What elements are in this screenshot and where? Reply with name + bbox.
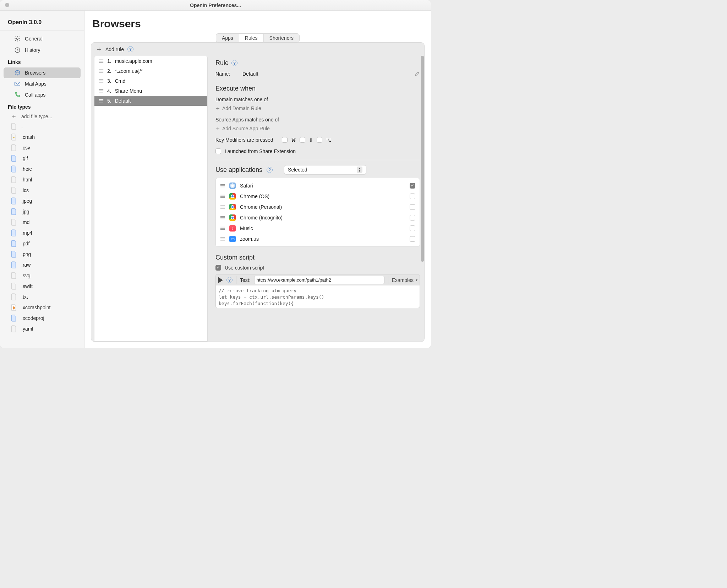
share-extension-checkbox[interactable] bbox=[215, 148, 221, 154]
add-source-app-button[interactable]: Add Source App Rule bbox=[215, 125, 420, 135]
share-extension-label: Launched from Share Extension bbox=[225, 148, 296, 154]
application-name: Chrome (OS) bbox=[240, 194, 269, 199]
option-symbol: ⌥ bbox=[326, 137, 332, 143]
application-checkbox[interactable] bbox=[410, 194, 415, 199]
close-icon[interactable] bbox=[5, 3, 9, 7]
application-name: Chrome (Incognito) bbox=[240, 215, 283, 220]
application-checkbox[interactable] bbox=[410, 204, 415, 210]
help-icon[interactable]: ? bbox=[267, 167, 273, 173]
sidebar-item-browsers[interactable]: Browsers bbox=[4, 67, 81, 78]
file-type-item[interactable]: .crash bbox=[0, 132, 84, 142]
rule-label: music.apple.com bbox=[115, 58, 152, 64]
test-url-input[interactable]: https://ww.example.com/path1/path2 bbox=[254, 276, 384, 284]
application-row[interactable]: Safari bbox=[219, 180, 417, 191]
help-icon[interactable]: ? bbox=[127, 46, 133, 52]
file-type-item[interactable]: .html bbox=[0, 174, 84, 185]
file-type-item[interactable]: .xccrashpoint bbox=[0, 302, 84, 313]
application-checkbox[interactable] bbox=[410, 225, 415, 231]
mod-shift-checkbox[interactable] bbox=[300, 137, 305, 143]
application-row[interactable]: ▭zoom.us bbox=[219, 234, 417, 244]
rule-list-item[interactable]: 2.*.zoom.us/j/* bbox=[94, 66, 207, 76]
sidebar-item-call-apps[interactable]: Call apps bbox=[4, 89, 81, 100]
file-icon bbox=[11, 325, 17, 332]
application-checkbox[interactable] bbox=[410, 236, 415, 242]
file-type-item[interactable]: .png bbox=[0, 249, 84, 260]
drag-handle-icon[interactable] bbox=[220, 205, 225, 209]
application-row[interactable]: ♪Music bbox=[219, 223, 417, 234]
scrollbar[interactable] bbox=[421, 56, 424, 285]
use-apps-mode-select[interactable]: Selected ▲▼ bbox=[284, 165, 366, 174]
file-type-item[interactable]: .raw bbox=[0, 260, 84, 270]
mod-cmd-checkbox[interactable] bbox=[282, 137, 288, 143]
application-row[interactable]: Chrome (OS) bbox=[219, 191, 417, 202]
rule-list-item[interactable]: 4.Share Menu bbox=[94, 86, 207, 96]
file-type-item[interactable]: .csv bbox=[0, 142, 84, 153]
file-type-label: .pdf bbox=[21, 241, 29, 246]
sidebar-add-file-type[interactable]: add file type... bbox=[0, 112, 84, 121]
file-type-item[interactable]: .ics bbox=[0, 185, 84, 196]
sidebar-item-history[interactable]: History bbox=[4, 45, 81, 55]
tab-apps[interactable]: Apps bbox=[216, 34, 239, 42]
rule-index: 5. bbox=[107, 98, 111, 104]
file-type-item[interactable]: .swift bbox=[0, 281, 84, 292]
file-type-item[interactable]: .gif bbox=[0, 153, 84, 164]
drag-handle-icon[interactable] bbox=[220, 226, 225, 230]
file-type-item[interactable]: .jpeg bbox=[0, 196, 84, 206]
add-domain-rule-button[interactable]: Add Domain Rule bbox=[215, 104, 420, 115]
application-checkbox[interactable] bbox=[410, 183, 415, 189]
drag-handle-icon[interactable] bbox=[99, 79, 104, 83]
run-script-icon[interactable] bbox=[218, 277, 223, 283]
drag-handle-icon[interactable] bbox=[99, 69, 104, 73]
application-checkbox[interactable] bbox=[410, 215, 415, 220]
file-type-item[interactable]: .xcodeproj bbox=[0, 313, 84, 323]
drag-handle-icon[interactable] bbox=[99, 59, 104, 63]
chevron-down-icon: ▾ bbox=[416, 278, 417, 282]
file-type-item[interactable]: .heic bbox=[0, 164, 84, 174]
file-type-list: ..crash.csv.gif.heic.html.ics.jpeg.jpg.m… bbox=[0, 121, 84, 348]
file-type-item[interactable]: .jpg bbox=[0, 206, 84, 217]
file-icon bbox=[11, 144, 17, 151]
use-custom-script-checkbox[interactable] bbox=[215, 265, 221, 271]
edit-name-icon[interactable] bbox=[414, 71, 420, 77]
sidebar-item-mail-apps[interactable]: Mail Apps bbox=[4, 79, 81, 89]
file-icon bbox=[11, 229, 17, 236]
rule-list-item[interactable]: 3.Cmd bbox=[94, 76, 207, 86]
file-type-label: .xcodeproj bbox=[21, 315, 44, 321]
script-editor[interactable]: // remove tracking utm query let keys = … bbox=[215, 285, 420, 308]
drag-handle-icon[interactable] bbox=[220, 184, 225, 188]
file-type-item[interactable]: .md bbox=[0, 217, 84, 228]
drag-handle-icon[interactable] bbox=[99, 99, 104, 103]
svg-rect-3 bbox=[15, 82, 20, 86]
help-icon[interactable]: ? bbox=[226, 277, 233, 283]
file-type-item[interactable]: .txt bbox=[0, 292, 84, 302]
help-icon[interactable]: ? bbox=[231, 60, 237, 66]
file-type-item[interactable]: .mp4 bbox=[0, 228, 84, 238]
drag-handle-icon[interactable] bbox=[99, 89, 104, 93]
application-name: Safari bbox=[240, 183, 253, 189]
file-icon bbox=[11, 219, 17, 226]
application-row[interactable]: Chrome (Personal) bbox=[219, 202, 417, 212]
tab-shorteners[interactable]: Shorteners bbox=[264, 34, 299, 42]
rule-label: Share Menu bbox=[115, 88, 142, 94]
rule-list-item[interactable]: 5.Default bbox=[94, 96, 207, 106]
mod-opt-checkbox[interactable] bbox=[317, 137, 322, 143]
examples-dropdown[interactable]: Examples ▾ bbox=[392, 277, 417, 283]
sidebar-item-general[interactable]: General bbox=[4, 33, 81, 44]
file-type-item[interactable]: . bbox=[0, 121, 84, 132]
drag-handle-icon[interactable] bbox=[220, 237, 225, 241]
application-row[interactable]: Chrome (Incognito) bbox=[219, 212, 417, 223]
tab-bar: Apps Rules Shorteners bbox=[216, 33, 300, 43]
file-type-item[interactable]: .yaml bbox=[0, 323, 84, 334]
file-type-item[interactable]: .svg bbox=[0, 270, 84, 281]
tab-rules[interactable]: Rules bbox=[239, 34, 264, 42]
window-controls[interactable] bbox=[5, 3, 9, 7]
add-domain-label: Add Domain Rule bbox=[222, 105, 261, 111]
plus-icon[interactable] bbox=[96, 47, 102, 52]
add-rule-button[interactable]: Add rule bbox=[105, 47, 124, 52]
file-type-item[interactable]: .pdf bbox=[0, 238, 84, 249]
rule-list-item[interactable]: 1.music.apple.com bbox=[94, 56, 207, 66]
drag-handle-icon[interactable] bbox=[220, 194, 225, 198]
name-label: Name: bbox=[215, 71, 237, 77]
drag-handle-icon[interactable] bbox=[220, 216, 225, 220]
scrollbar-thumb[interactable] bbox=[421, 56, 424, 262]
